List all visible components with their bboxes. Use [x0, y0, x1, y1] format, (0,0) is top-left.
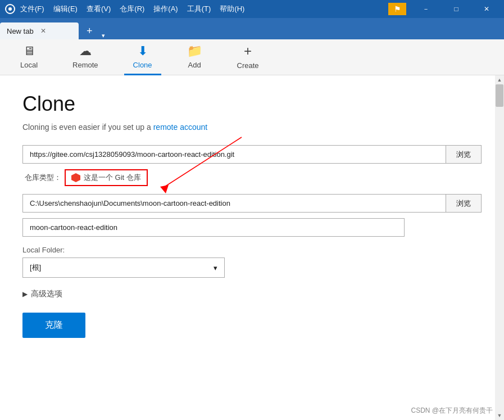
- name-input-row: [22, 218, 482, 237]
- local-folder-section: Local Folder: [根] ▾: [22, 246, 482, 278]
- close-button[interactable]: ✕: [474, 0, 500, 18]
- path-browse-button[interactable]: 浏览: [446, 194, 482, 213]
- path-input[interactable]: [22, 194, 446, 213]
- nav-local[interactable]: 🖥 Local: [11, 39, 47, 75]
- svg-point-1: [8, 7, 12, 11]
- url-input[interactable]: [22, 145, 446, 164]
- tab-dropdown-button[interactable]: ▾: [98, 32, 108, 39]
- url-browse-button[interactable]: 浏览: [446, 145, 482, 164]
- nav-create[interactable]: + Create: [228, 39, 268, 75]
- menu-edit[interactable]: 编辑(E): [53, 4, 78, 14]
- menu-action[interactable]: 操作(A): [153, 4, 178, 14]
- advanced-label: 高级选项: [31, 289, 62, 299]
- scroll-track: [495, 84, 504, 411]
- subtitle-text: Cloning is even easier if you set up a: [22, 123, 151, 132]
- nav-clone-label: Clone: [133, 61, 152, 69]
- local-icon: 🖥: [23, 44, 35, 58]
- advanced-options-toggle[interactable]: ▶ 高级选项: [22, 289, 482, 299]
- nav-remote[interactable]: ☁ Remote: [63, 39, 107, 75]
- tab-label: New tab: [7, 27, 34, 35]
- tab-bar: New tab ✕ + ▾: [0, 18, 504, 39]
- flag-icon: ⚑: [388, 3, 406, 15]
- menu-repo[interactable]: 仓库(R): [120, 4, 144, 14]
- clone-icon: ⬇: [138, 44, 148, 58]
- minimize-button[interactable]: －: [413, 0, 439, 18]
- repo-type-box: 这是一个 Git 仓库: [65, 169, 148, 186]
- remote-icon: ☁: [79, 44, 92, 58]
- scroll-thumb[interactable]: [496, 84, 503, 107]
- git-diamond-icon: [71, 173, 80, 182]
- chevron-down-icon: ▾: [214, 264, 217, 272]
- local-folder-label: Local Folder:: [22, 246, 482, 254]
- nav-add-label: Add: [188, 61, 201, 69]
- nav-clone[interactable]: ⬇ Clone: [124, 39, 161, 75]
- scroll-up-arrow[interactable]: ▲: [495, 75, 504, 84]
- new-tab-button[interactable]: +: [81, 22, 98, 39]
- menu-help[interactable]: 帮助(H): [220, 4, 244, 14]
- name-input[interactable]: [22, 218, 405, 237]
- titlebar: 文件(F) 编辑(E) 查看(V) 仓库(R) 操作(A) 工具(T) 帮助(H…: [0, 0, 504, 18]
- repo-type-label: 仓库类型：: [25, 173, 61, 183]
- scrollbar: ▲ ▼: [495, 75, 504, 420]
- add-icon: 📁: [187, 44, 202, 58]
- nav-local-label: Local: [20, 61, 38, 69]
- app-logo: [4, 3, 16, 15]
- tab-close-button[interactable]: ✕: [40, 27, 46, 35]
- menu-tools[interactable]: 工具(T): [187, 4, 211, 14]
- menu-bar: 文件(F) 编辑(E) 查看(V) 仓库(R) 操作(A) 工具(T) 帮助(H…: [20, 4, 388, 14]
- repo-type-indicator: 仓库类型： 这是一个 Git 仓库: [22, 169, 482, 186]
- new-tab[interactable]: New tab ✕: [0, 22, 79, 39]
- nav-add[interactable]: 📁 Add: [178, 39, 211, 75]
- scroll-down-arrow[interactable]: ▼: [495, 411, 504, 420]
- clone-button[interactable]: 克隆: [22, 313, 85, 338]
- watermark: CSDN @在下月亮有何贵干: [411, 406, 493, 416]
- window-controls: ⚑ － □ ✕: [388, 0, 500, 18]
- remote-account-link[interactable]: remote account: [153, 123, 208, 132]
- menu-file[interactable]: 文件(F): [20, 4, 44, 14]
- page-title: Clone: [22, 92, 482, 116]
- maximize-button[interactable]: □: [443, 0, 469, 18]
- nav-bar: 🖥 Local ☁ Remote ⬇ Clone 📁 Add + Create: [0, 39, 504, 75]
- clone-subtitle: Cloning is even easier if you set up a r…: [22, 123, 482, 132]
- main-content: Clone Cloning is even easier if you set …: [0, 75, 504, 420]
- path-input-row: 浏览: [22, 194, 482, 213]
- svg-marker-3: [160, 185, 169, 193]
- folder-value: [根]: [30, 263, 41, 273]
- repo-type-value: 这是一个 Git 仓库: [84, 173, 141, 183]
- nav-create-label: Create: [237, 61, 259, 70]
- url-input-row: 浏览: [22, 145, 482, 164]
- menu-view[interactable]: 查看(V): [87, 4, 111, 14]
- nav-remote-label: Remote: [72, 61, 98, 69]
- expand-icon: ▶: [22, 290, 28, 298]
- local-folder-select[interactable]: [根] ▾: [22, 258, 225, 278]
- annotation-arrow: [129, 132, 253, 199]
- create-icon: +: [244, 43, 252, 59]
